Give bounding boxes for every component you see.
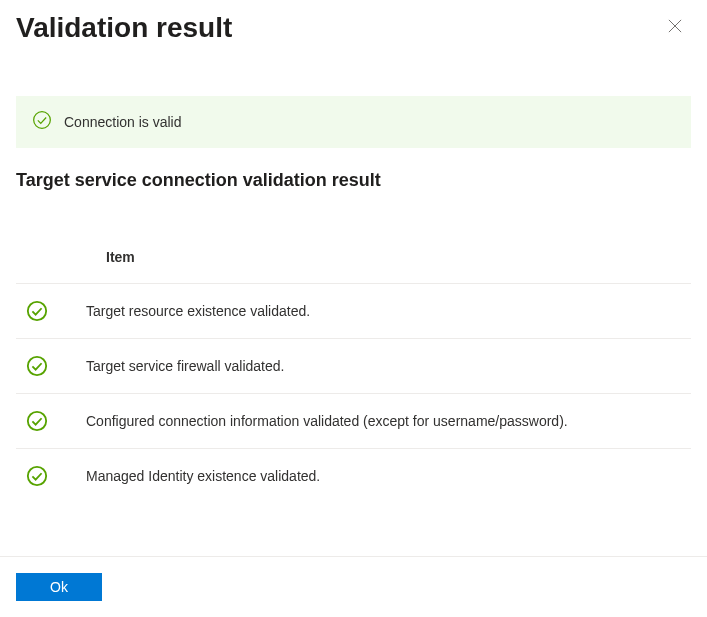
close-icon: [668, 19, 682, 37]
svg-point-4: [28, 357, 46, 375]
close-button[interactable]: [659, 12, 691, 44]
result-item-text: Target resource existence validated.: [86, 303, 310, 319]
svg-point-3: [28, 302, 46, 320]
table-row: Target service firewall validated.: [16, 338, 691, 393]
success-check-icon: [26, 465, 48, 487]
table-row: Target resource existence validated.: [16, 283, 691, 338]
svg-point-6: [28, 467, 46, 485]
success-check-icon: [26, 355, 48, 377]
success-check-icon: [26, 300, 48, 322]
svg-point-2: [34, 112, 51, 129]
section-heading: Target service connection validation res…: [16, 170, 691, 191]
table-row: Managed Identity existence validated.: [16, 448, 691, 503]
success-check-icon: [26, 410, 48, 432]
results-table: Item Target resource existence validated…: [16, 249, 691, 503]
dialog-header: Validation result: [16, 12, 691, 44]
column-header: Item: [16, 249, 691, 283]
result-item-text: Target service firewall validated.: [86, 358, 284, 374]
table-row: Configured connection information valida…: [16, 393, 691, 448]
result-item-text: Configured connection information valida…: [86, 413, 568, 429]
dialog-title: Validation result: [16, 12, 232, 44]
dialog-footer: Ok: [0, 556, 707, 617]
banner-message: Connection is valid: [64, 114, 182, 130]
success-banner: Connection is valid: [16, 96, 691, 148]
result-item-text: Managed Identity existence validated.: [86, 468, 320, 484]
ok-button[interactable]: Ok: [16, 573, 102, 601]
success-check-icon: [32, 110, 52, 134]
svg-point-5: [28, 412, 46, 430]
